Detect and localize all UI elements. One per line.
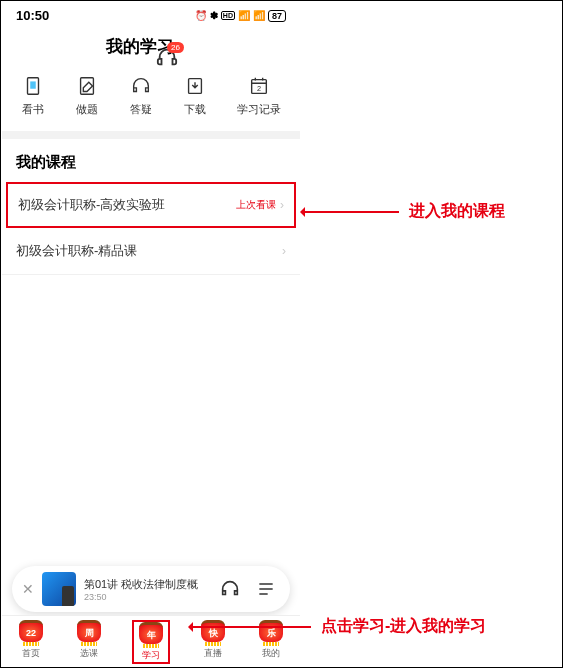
nav-tab-record[interactable]: 2 学习记录: [237, 74, 281, 117]
player-thumbnail: [42, 572, 76, 606]
list-icon: [256, 579, 276, 599]
svg-text:2: 2: [257, 84, 261, 93]
headphone-icon: [129, 74, 153, 98]
course-name: 初级会计职称-高效实验班: [18, 196, 165, 214]
nav-tab-qa[interactable]: 答疑: [129, 74, 153, 117]
nav-tab-label: 看书: [22, 102, 44, 117]
status-bar: 10:50 ⏰ ✽ HD 📶 📶 87: [2, 2, 300, 25]
page-header: 我的学习 26: [2, 25, 300, 66]
section-title: 我的课程: [2, 139, 300, 182]
annotation-bottom: 点击学习-进入我的学习: [191, 616, 486, 637]
playlist-button[interactable]: [252, 575, 280, 603]
bottom-nav-label: 选课: [80, 647, 98, 660]
annotation-text: 进入我的课程: [409, 201, 505, 222]
annotation-text: 点击学习-进入我的学习: [321, 616, 486, 637]
divider: [2, 131, 300, 139]
nav-tab-label: 学习记录: [237, 102, 281, 117]
close-icon[interactable]: ✕: [22, 581, 34, 597]
nav-tab-book[interactable]: 看书: [21, 74, 45, 117]
bluetooth-icon: ✽: [210, 10, 218, 21]
nav-tab-label: 下载: [184, 102, 206, 117]
battery-icon: 87: [268, 10, 286, 22]
calendar-icon: 2: [247, 74, 271, 98]
course-item[interactable]: 初级会计职称-精品课 ›: [2, 228, 300, 275]
arrow-icon: [191, 626, 311, 628]
status-time: 10:50: [16, 8, 49, 23]
nav-tab-download[interactable]: 下载: [183, 74, 207, 117]
player-info: 第01讲 税收法律制度概 23:50: [84, 577, 208, 602]
bottom-nav-home[interactable]: 22 首页: [16, 620, 46, 664]
play-button[interactable]: [216, 575, 244, 603]
status-icons: ⏰ ✽ HD 📶 📶 87: [195, 10, 286, 22]
bottom-nav-label: 我的: [262, 647, 280, 660]
book-icon: [21, 74, 45, 98]
nav-tabs: 看书 做题 答疑 下载 2 学习记录: [2, 66, 300, 131]
bottom-nav-label: 首页: [22, 647, 40, 660]
download-icon: [183, 74, 207, 98]
course-list: 初级会计职称-高效实验班 上次看课 › 初级会计职称-精品课 ›: [2, 182, 300, 275]
nav-tab-label: 答疑: [130, 102, 152, 117]
bottom-nav-study[interactable]: 年 学习: [132, 620, 170, 664]
support-button[interactable]: 26: [156, 46, 178, 68]
course-tag: 上次看课: [236, 198, 276, 212]
chevron-right-icon: ›: [282, 244, 286, 258]
headphone-play-icon: [219, 578, 241, 600]
bottom-nav-label: 学习: [142, 649, 160, 662]
player-title: 第01讲 税收法律制度概: [84, 577, 208, 592]
arrow-icon: [303, 211, 399, 213]
signal-icon: 📶: [238, 10, 250, 21]
svg-rect-1: [30, 81, 36, 88]
bottom-nav-label: 直播: [204, 647, 222, 660]
pencil-icon: [75, 74, 99, 98]
player-time: 23:50: [84, 592, 208, 602]
wifi-icon: 📶: [253, 10, 265, 21]
chevron-right-icon: ›: [280, 198, 284, 212]
mini-player[interactable]: ✕ 第01讲 税收法律制度概 23:50: [12, 566, 290, 612]
annotation-course: 进入我的课程: [303, 201, 505, 222]
bottom-nav-select[interactable]: 周 选课: [74, 620, 104, 664]
nav-tab-label: 做题: [76, 102, 98, 117]
course-item[interactable]: 初级会计职称-高效实验班 上次看课 ›: [6, 182, 296, 228]
notification-badge: 26: [167, 42, 184, 53]
nav-tab-exercise[interactable]: 做题: [75, 74, 99, 117]
alarm-icon: ⏰: [195, 10, 207, 21]
course-name: 初级会计职称-精品课: [16, 242, 137, 260]
hd-icon: HD: [221, 11, 235, 20]
